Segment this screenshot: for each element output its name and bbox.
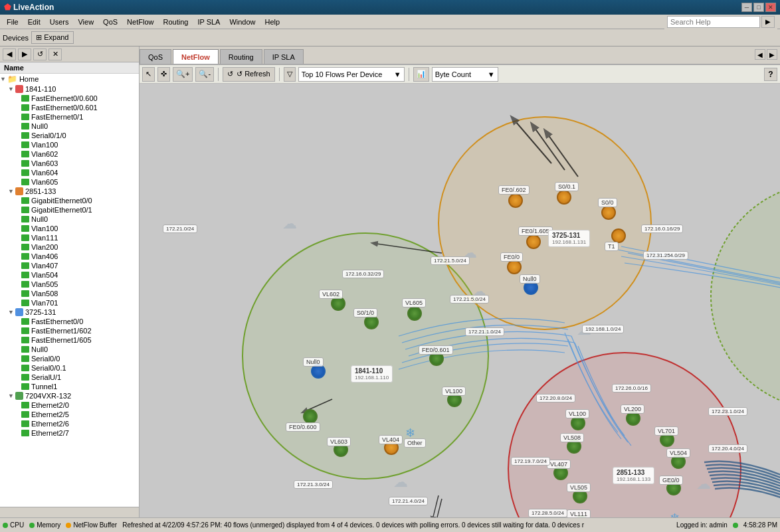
tree-item-serial0-1-0[interactable]: Serial0/1/0 bbox=[0, 131, 139, 140]
node-fe0-0-3725[interactable] bbox=[508, 193, 523, 208]
tree-item-null0-2[interactable]: Null0 bbox=[0, 215, 139, 224]
tree-item-fe0-1[interactable]: FastEthernet0/1 bbox=[0, 112, 139, 122]
tree-item-vlan100-1[interactable]: Vlan100 bbox=[0, 140, 139, 149]
tab-qos[interactable]: QoS bbox=[140, 49, 171, 64]
menu-edit[interactable]: Edit bbox=[24, 17, 45, 27]
flows-dropdown[interactable]: Top 10 Flows Per Device ▼ bbox=[298, 67, 405, 82]
tree-item-vlan100-2[interactable]: Vlan100 bbox=[0, 224, 139, 233]
node-fe0-600[interactable] bbox=[303, 409, 318, 424]
tree-item-vlan406[interactable]: Vlan406 bbox=[0, 252, 139, 261]
tree-container[interactable]: ▼📁Home▼1841-110FastEthernet0/0.600FastEt… bbox=[0, 74, 139, 507]
expand-button[interactable]: ⊞ Expand bbox=[31, 31, 73, 44]
tree-item-vlan603[interactable]: Vlan603 bbox=[0, 159, 139, 168]
node-ge0-3725[interactable] bbox=[611, 228, 626, 243]
tree-item-serial0-u1[interactable]: SerialU/1 bbox=[0, 373, 139, 382]
tree-item-tunnel1[interactable]: Tunnel1 bbox=[0, 382, 139, 391]
menu-users[interactable]: Users bbox=[46, 17, 73, 27]
tree-item-label: Null0 bbox=[31, 122, 48, 130]
node-vl605[interactable] bbox=[407, 306, 422, 321]
tree-item-serial0-0-1[interactable]: Serial0/0.1 bbox=[0, 363, 139, 373]
tree-item-eth2-5[interactable]: Ethernet2/5 bbox=[0, 410, 139, 419]
pan-tool-button[interactable]: ✜ bbox=[157, 67, 170, 82]
refresh-button[interactable]: ↺ ↺ Refresh bbox=[223, 67, 275, 82]
tree-item-label: GigabitEthernet0/1 bbox=[31, 206, 92, 214]
close-button[interactable]: ✕ bbox=[765, 3, 776, 12]
cpu-indicator bbox=[3, 523, 8, 528]
tree-item-vlan505[interactable]: Vlan505 bbox=[0, 280, 139, 289]
tree-item-vlan504[interactable]: Vlan504 bbox=[0, 270, 139, 280]
tab-bar: QoS NetFlow Routing IP SLA ◀ ▶ bbox=[140, 46, 780, 65]
tree-item-gig0-0[interactable]: GigabitEthernet0/0 bbox=[0, 196, 139, 205]
tree-item-vlan701[interactable]: Vlan701 bbox=[0, 298, 139, 308]
byte-count-icon-button[interactable]: 📊 bbox=[413, 67, 429, 82]
sidebar-back-button[interactable]: ◀ bbox=[3, 48, 16, 60]
tree-item-eth2-0[interactable]: Ethernet2/0 bbox=[0, 400, 139, 410]
title-bar: ⬟ LiveAction ─ □ ✕ bbox=[0, 0, 780, 15]
device-name-3725: 3725-131 bbox=[552, 232, 586, 239]
menu-netflow[interactable]: NetFlow bbox=[123, 17, 157, 27]
menu-view[interactable]: View bbox=[74, 17, 98, 27]
tree-item-vlan111[interactable]: Vlan111 bbox=[0, 233, 139, 242]
device-label-3725: 3725-131 192.168.1.131 bbox=[548, 230, 590, 247]
filter-icon-button[interactable]: ▽ bbox=[284, 67, 296, 82]
tree-item-home[interactable]: ▼📁Home bbox=[0, 74, 139, 84]
tree-item-vlan508[interactable]: Vlan508 bbox=[0, 289, 139, 298]
sidebar-forward-button[interactable]: ▶ bbox=[18, 48, 31, 60]
menu-ipsla[interactable]: IP SLA bbox=[193, 17, 224, 27]
menu-help[interactable]: Help bbox=[261, 17, 284, 27]
tree-item-serial0-0[interactable]: Serial0/0 bbox=[0, 354, 139, 363]
tree-item-vlan605[interactable]: Vlan605 bbox=[0, 177, 139, 187]
tree-item-fe1-602[interactable]: FastEthernet1/602 bbox=[0, 326, 139, 335]
tree-item-fe1-605[interactable]: FastEthernet1/605 bbox=[0, 335, 139, 345]
tree-expand-icon: ▼ bbox=[8, 188, 14, 195]
tree-item-vlan604[interactable]: Vlan604 bbox=[0, 168, 139, 177]
tree-item-eth2-6[interactable]: Ethernet2/6 bbox=[0, 419, 139, 428]
menu-routing[interactable]: Routing bbox=[159, 17, 192, 27]
tree-item-2851-133[interactable]: ▼2851-133 bbox=[0, 187, 139, 196]
menu-qos[interactable]: QoS bbox=[99, 17, 122, 27]
search-button[interactable]: ▶ bbox=[761, 16, 775, 28]
maximize-button[interactable]: □ bbox=[753, 3, 764, 12]
interface-icon bbox=[21, 318, 29, 325]
sidebar-scrollbar[interactable] bbox=[0, 507, 139, 517]
tree-item-label: Vlan602 bbox=[31, 150, 58, 158]
tab-netflow[interactable]: NetFlow bbox=[173, 49, 219, 64]
sidebar-close-button[interactable]: ✕ bbox=[49, 48, 62, 60]
memory-indicator bbox=[29, 523, 35, 528]
byte-count-dropdown[interactable]: Byte Count ▼ bbox=[432, 67, 498, 82]
node-fe0-1605[interactable] bbox=[526, 234, 541, 249]
tree-item-fe0-601[interactable]: FastEthernet0/0.601 bbox=[0, 103, 139, 112]
tree-item-vlan407[interactable]: Vlan407 bbox=[0, 261, 139, 270]
tree-item-1841-110[interactable]: ▼1841-110 bbox=[0, 84, 139, 94]
network-view[interactable]: FE0/0.600 VL602 VL605 FE0/0.601 VL100 Nu… bbox=[140, 84, 780, 517]
sidebar-refresh-button[interactable]: ↺ bbox=[33, 48, 47, 60]
tab-routing[interactable]: Routing bbox=[220, 49, 262, 64]
tab-prev-button[interactable]: ◀ bbox=[755, 49, 765, 60]
tab-ipsla[interactable]: IP SLA bbox=[264, 49, 304, 64]
node-other-2851[interactable]: ❄ bbox=[670, 511, 680, 517]
search-input[interactable] bbox=[667, 16, 760, 28]
tree-item-null0-1[interactable]: Null0 bbox=[0, 122, 139, 131]
tree-item-gig0-1[interactable]: GigabitEthernet0/1 bbox=[0, 205, 139, 215]
zoom-in-button[interactable]: 🔍+ bbox=[173, 67, 193, 82]
tree-item-vlan602[interactable]: Vlan602 bbox=[0, 149, 139, 159]
menu-file[interactable]: File bbox=[3, 17, 23, 27]
tree-item-7204vxr-132[interactable]: ▼7204VXR-132 bbox=[0, 391, 139, 400]
node-s0-0-3725[interactable] bbox=[601, 205, 616, 220]
tree-item-fe0-600[interactable]: FastEthernet0/0.600 bbox=[0, 94, 139, 103]
menu-window[interactable]: Window bbox=[225, 17, 259, 27]
minimize-button[interactable]: ─ bbox=[741, 3, 752, 12]
tree-item-eth2-7[interactable]: Ethernet2/7 bbox=[0, 428, 139, 438]
cursor-tool-button[interactable]: ↖ bbox=[142, 67, 155, 82]
tree-item-label: 1841-110 bbox=[25, 85, 56, 93]
zoom-out-button[interactable]: 🔍- bbox=[195, 67, 214, 82]
tree-item-fe0-0-3[interactable]: FastEthernet0/0 bbox=[0, 317, 139, 326]
toolbar-separator-3 bbox=[409, 68, 409, 81]
node-s0-0-1[interactable] bbox=[557, 190, 571, 205]
help-button[interactable]: ? bbox=[764, 68, 777, 81]
tab-next-button[interactable]: ▶ bbox=[767, 49, 777, 60]
tree-item-null0-3[interactable]: Null0 bbox=[0, 345, 139, 354]
node-fe0-0-3725b[interactable] bbox=[507, 260, 522, 274]
tree-item-3725-131[interactable]: ▼3725-131 bbox=[0, 308, 139, 317]
tree-item-vlan200[interactable]: Vlan200 bbox=[0, 242, 139, 252]
